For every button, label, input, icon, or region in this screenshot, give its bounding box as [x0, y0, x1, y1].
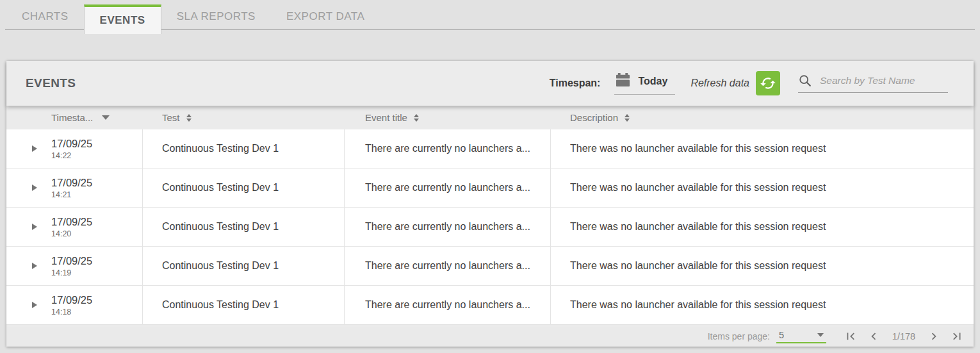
column-header-event-title[interactable]: Event title	[345, 112, 551, 123]
column-header-test[interactable]: Test	[143, 112, 345, 123]
timestamp-cell: 17/09/25 14:22	[6, 129, 143, 168]
caret-right-icon[interactable]	[32, 263, 37, 269]
refresh-icon	[760, 75, 776, 92]
refresh-data-label: Refresh data	[690, 78, 749, 89]
event-title-cell: There are currently no launchers a...	[345, 286, 551, 324]
description-cell: There was no launcher available for this…	[551, 168, 974, 207]
description-cell: There was no launcher available for this…	[551, 208, 974, 246]
tab-events[interactable]: EVENTS	[84, 4, 161, 34]
search-icon	[798, 74, 812, 88]
pagination-bar: Items per page: 5 1/178	[6, 325, 974, 347]
page-title: EVENTS	[26, 76, 76, 90]
tab-bar: CHARTS EVENTS SLA REPORTS EXPORT DATA	[6, 4, 980, 34]
column-header-timestamp[interactable]: Timesta...	[6, 112, 143, 123]
table-row: 17/09/25 14:19 Continuous Testing Dev 1 …	[6, 247, 974, 286]
chevron-left-icon	[867, 329, 881, 343]
sort-up-down-icon	[625, 114, 630, 122]
timespan-value: Today	[638, 76, 667, 87]
row-time: 14:20	[51, 229, 92, 238]
column-header-description[interactable]: Description	[551, 112, 974, 123]
table-body: 17/09/25 14:22 Continuous Testing Dev 1 …	[6, 129, 974, 325]
column-label: Event title	[365, 112, 407, 123]
events-panel: EVENTS Timespan: Today Refresh data	[6, 61, 974, 347]
items-per-page-value: 5	[779, 330, 784, 340]
first-page-button[interactable]	[843, 329, 858, 344]
table-row: 17/09/25 14:21 Continuous Testing Dev 1 …	[6, 168, 974, 208]
row-date: 17/09/25	[51, 216, 92, 228]
sort-up-down-icon	[414, 114, 419, 122]
test-cell: Continuous Testing Dev 1	[143, 168, 345, 207]
row-time: 14:19	[51, 268, 92, 277]
previous-page-button[interactable]	[866, 329, 881, 344]
table-row: 17/09/25 14:18 Continuous Testing Dev 1 …	[6, 286, 974, 325]
search-input[interactable]	[820, 75, 948, 86]
panel-header: EVENTS Timespan: Today Refresh data	[6, 61, 974, 106]
timespan-picker[interactable]: Today	[614, 72, 675, 95]
items-per-page-label: Items per page:	[708, 331, 770, 341]
column-label: Test	[162, 112, 180, 123]
table-header: Timesta... Test Event title Description	[6, 106, 974, 129]
first-page-icon	[844, 329, 858, 343]
row-date: 17/09/25	[51, 177, 92, 189]
caret-right-icon[interactable]	[32, 224, 37, 230]
items-per-page-select[interactable]: 5	[776, 330, 826, 343]
test-cell: Continuous Testing Dev 1	[143, 208, 345, 246]
description-cell: There was no launcher available for this…	[551, 286, 974, 324]
tab-export-data[interactable]: EXPORT DATA	[271, 4, 380, 29]
description-cell: There was no launcher available for this…	[551, 247, 974, 285]
caret-right-icon[interactable]	[32, 145, 37, 152]
tab-charts[interactable]: CHARTS	[6, 4, 84, 29]
tab-sla-reports[interactable]: SLA REPORTS	[161, 4, 271, 29]
timestamp-cell: 17/09/25 14:18	[6, 286, 143, 324]
row-date: 17/09/25	[51, 255, 92, 267]
table-row: 17/09/25 14:22 Continuous Testing Dev 1 …	[6, 129, 974, 168]
search-box	[798, 74, 948, 93]
timespan-label: Timespan:	[550, 78, 601, 89]
row-date: 17/09/25	[51, 138, 92, 150]
event-title-cell: There are currently no launchers a...	[345, 129, 551, 168]
event-title-cell: There are currently no launchers a...	[345, 247, 551, 285]
calendar-icon	[616, 73, 630, 89]
row-time: 14:22	[51, 151, 92, 160]
caret-right-icon[interactable]	[32, 302, 37, 308]
refresh-button[interactable]	[756, 71, 780, 95]
row-time: 14:18	[51, 308, 92, 316]
column-label: Description	[570, 112, 618, 123]
page-indicator: 1/178	[889, 331, 919, 341]
chevron-right-icon	[927, 329, 941, 343]
timestamp-cell: 17/09/25 14:21	[6, 168, 143, 207]
row-date: 17/09/25	[51, 294, 92, 306]
description-cell: There was no launcher available for this…	[551, 129, 974, 168]
test-cell: Continuous Testing Dev 1	[143, 129, 345, 168]
caret-right-icon[interactable]	[32, 185, 37, 191]
row-time: 14:21	[51, 190, 92, 199]
column-label: Timesta...	[51, 112, 93, 123]
panel-controls: Timespan: Today Refresh data	[550, 71, 948, 95]
table-row: 17/09/25 14:20 Continuous Testing Dev 1 …	[6, 208, 974, 247]
timestamp-cell: 17/09/25 14:19	[6, 247, 143, 285]
caret-down-icon	[102, 115, 110, 120]
sort-up-down-icon	[186, 114, 192, 122]
test-cell: Continuous Testing Dev 1	[143, 286, 345, 324]
last-page-icon	[950, 329, 964, 343]
dropdown-caret-icon	[817, 333, 824, 337]
event-title-cell: There are currently no launchers a...	[345, 168, 551, 207]
next-page-button[interactable]	[926, 329, 942, 344]
test-cell: Continuous Testing Dev 1	[143, 247, 345, 285]
last-page-button[interactable]	[949, 329, 965, 344]
timestamp-cell: 17/09/25 14:20	[6, 208, 143, 246]
event-title-cell: There are currently no launchers a...	[345, 208, 551, 246]
